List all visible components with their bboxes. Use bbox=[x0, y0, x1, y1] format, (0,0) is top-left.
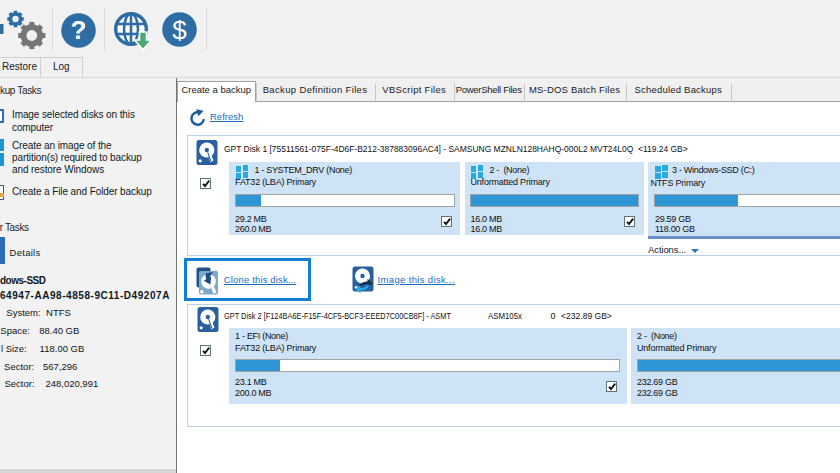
svg-text:$: $ bbox=[172, 15, 187, 45]
svg-text:?: ? bbox=[71, 15, 87, 45]
